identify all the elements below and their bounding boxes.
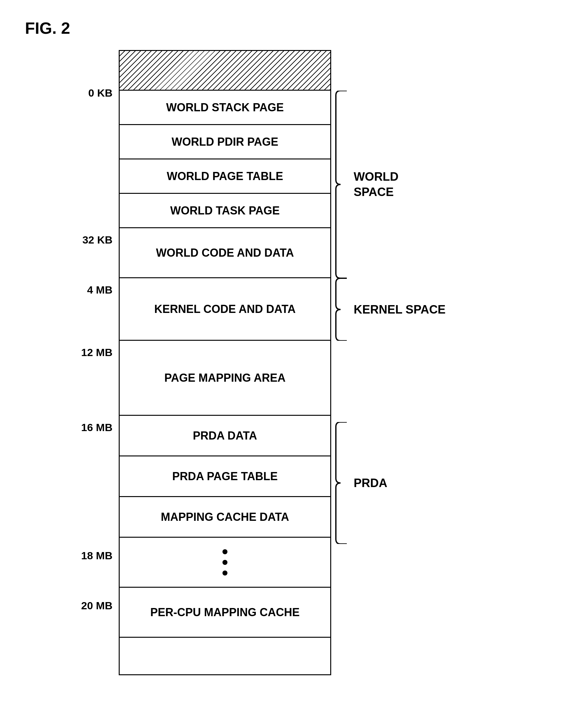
page-mapping-block: PAGE MAPPING AREA xyxy=(119,341,331,416)
prda-label: PRDA xyxy=(354,476,387,490)
label-0kb: 0 KB xyxy=(88,87,112,99)
world-stack-block: WORLD STACK PAGE xyxy=(119,91,331,125)
label-18mb: 18 MB xyxy=(81,550,112,562)
kernel-space-bracket: KERNEL SPACE xyxy=(334,278,446,341)
per-cpu-block: PER-CPU MAPPING CACHE xyxy=(119,588,331,638)
world-space-bracket: WORLDSPACE xyxy=(334,91,399,278)
fig-title: FIG. 2 xyxy=(25,19,70,37)
diagram: 0 KB 32 KB 4 MB 12 MB 16 MB 18 MB 20 MB … xyxy=(62,50,406,675)
world-space-brace xyxy=(334,91,350,278)
dots-block xyxy=(119,538,331,588)
world-pdir-block: WORLD PDIR PAGE xyxy=(119,125,331,159)
world-space-label: WORLDSPACE xyxy=(354,169,399,200)
kernel-code-block: KERNEL CODE AND DATA xyxy=(119,278,331,341)
prda-brace xyxy=(334,422,350,544)
prda-data-block: PRDA DATA xyxy=(119,416,331,456)
label-12mb: 12 MB xyxy=(81,346,112,359)
world-page-table-block: WORLD PAGE TABLE xyxy=(119,159,331,194)
prda-page-table-block: PRDA PAGE TABLE xyxy=(119,456,331,497)
bottom-spacer xyxy=(119,638,331,675)
hatched-block xyxy=(119,50,331,91)
world-task-block: WORLD TASK PAGE xyxy=(119,194,331,228)
label-4mb: 4 MB xyxy=(87,284,112,296)
kernel-space-brace xyxy=(334,278,350,341)
prda-bracket: PRDA xyxy=(334,422,387,544)
world-code-block: WORLD CODE AND DATA xyxy=(119,228,331,278)
kernel-space-label: KERNEL SPACE xyxy=(354,303,446,316)
label-20mb: 20 MB xyxy=(81,600,112,612)
mapping-cache-block: MAPPING CACHE DATA xyxy=(119,497,331,538)
label-32kb: 32 KB xyxy=(83,234,112,246)
label-16mb: 16 MB xyxy=(81,421,112,434)
